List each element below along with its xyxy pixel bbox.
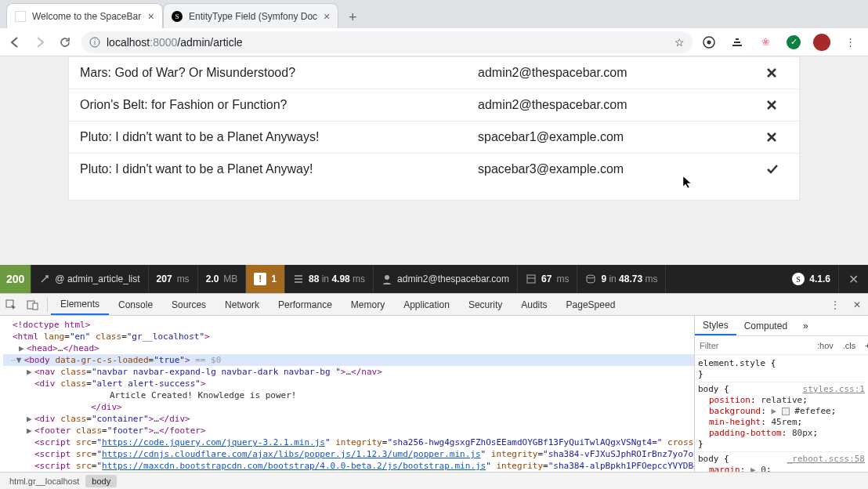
- sf-user-email: admin2@thespacebar.com: [397, 273, 509, 284]
- sf-twig[interactable]: 88 in 4.98 ms: [285, 265, 374, 293]
- devtools-menu-icon[interactable]: ⋮: [824, 295, 846, 315]
- crumb-html[interactable]: html.gr__localhost: [3, 475, 85, 487]
- svg-text:S: S: [797, 275, 801, 284]
- delete-icon[interactable]: [766, 100, 788, 110]
- devtools-tab-network[interactable]: Network: [215, 294, 269, 315]
- cache-icon: [585, 273, 596, 284]
- hov-toggle[interactable]: :hov: [812, 341, 838, 350]
- color-swatch[interactable]: [782, 408, 790, 415]
- devtools-tab-memory[interactable]: Memory: [342, 294, 394, 315]
- table-row: Orion's Belt: for Fashion or Function? a…: [69, 89, 799, 121]
- devtools-panel: Elements Console Sources Network Perform…: [0, 293, 868, 489]
- back-button[interactable]: [6, 34, 24, 51]
- devtools-tab-audits[interactable]: Audits: [512, 294, 556, 315]
- device-toggle-icon[interactable]: [22, 295, 44, 315]
- svg-text:S: S: [175, 13, 179, 20]
- url-port: :8000: [150, 36, 177, 49]
- styles-more-icon[interactable]: »: [795, 316, 816, 335]
- article-email: spacebar1@example.com: [478, 130, 766, 144]
- sf-mem-value: 2.0: [206, 273, 219, 284]
- svg-rect-14: [33, 303, 38, 310]
- sf-route-name: @ admin_article_list: [55, 273, 139, 284]
- sf-status-code[interactable]: 200: [0, 265, 31, 293]
- svg-rect-8: [527, 275, 535, 283]
- source-link[interactable]: styles.css:1: [803, 384, 865, 395]
- styles-filter-input[interactable]: [695, 341, 812, 350]
- sf-version[interactable]: S 4.1.6: [784, 265, 839, 293]
- devtools-tab-sources[interactable]: Sources: [162, 294, 215, 315]
- alert-text: Article Created! Knowledge is power!: [110, 390, 296, 400]
- article-email: admin2@thespacebar.com: [478, 66, 766, 80]
- ext-icon-3[interactable]: ❀: [757, 34, 774, 51]
- inspect-element-icon[interactable]: [0, 295, 22, 315]
- new-rule-icon[interactable]: +: [860, 341, 868, 350]
- sf-time[interactable]: 207 ms: [149, 265, 198, 293]
- sf-db-value: 67: [541, 273, 552, 284]
- ext-icon-4[interactable]: ✓: [785, 34, 802, 51]
- route-icon: [39, 273, 50, 284]
- sf-version-text: 4.1.6: [809, 273, 830, 284]
- page-content: Mars: God of War? Or Misunderstood? admi…: [0, 56, 868, 265]
- browser-tab-1[interactable]: S EntityType Field (Symfony Doc ×: [163, 3, 338, 28]
- tab-title: EntityType Field (Symfony Doc: [189, 11, 317, 22]
- devtools-tab-application[interactable]: Application: [394, 294, 459, 315]
- url-path: /admin/article: [177, 36, 242, 49]
- sf-route[interactable]: @ admin_article_list: [31, 265, 148, 293]
- devtools-tabbar: Elements Console Sources Network Perform…: [0, 294, 868, 316]
- new-tab-button[interactable]: +: [342, 6, 363, 28]
- chrome-menu-icon[interactable]: ⋮: [841, 34, 859, 51]
- sf-warn-count: 1: [271, 273, 277, 284]
- devtools-tab-console[interactable]: Console: [109, 294, 162, 315]
- tab-close-icon[interactable]: ×: [148, 10, 154, 23]
- url-field[interactable]: i localhost:8000/admin/article ☆: [81, 31, 693, 53]
- styles-tab[interactable]: Styles: [695, 316, 736, 335]
- delete-icon[interactable]: [766, 67, 788, 78]
- devtools-tab-security[interactable]: Security: [459, 294, 512, 315]
- article-email: admin2@thespacebar.com: [478, 98, 766, 112]
- svg-text:i: i: [94, 38, 96, 46]
- tab-close-icon[interactable]: ×: [324, 10, 330, 23]
- star-bookmark-icon[interactable]: ☆: [675, 36, 685, 49]
- dom-breadcrumb: html.gr__localhost body: [0, 472, 868, 489]
- svg-point-6: [707, 40, 711, 44]
- profile-avatar[interactable]: [813, 34, 830, 51]
- devtools-tab-performance[interactable]: Performance: [269, 294, 342, 315]
- ext-icon-1[interactable]: [700, 34, 718, 51]
- sf-time-value: 207: [157, 273, 172, 284]
- warning-icon: !: [254, 273, 266, 285]
- cls-toggle[interactable]: .cls: [838, 341, 861, 350]
- url-host: localhost: [107, 36, 150, 49]
- twig-icon: [293, 273, 304, 284]
- article-title: Mars: God of War? Or Misunderstood?: [80, 66, 478, 80]
- db-icon: [526, 273, 537, 284]
- article-title: Pluto: I didn't want to be a Planet Anyw…: [80, 130, 478, 144]
- reload-button[interactable]: [56, 34, 74, 51]
- forward-button[interactable]: [31, 34, 49, 51]
- article-table: Mars: God of War? Or Misunderstood? admi…: [68, 56, 800, 201]
- devtools-close-icon[interactable]: ✕: [846, 295, 868, 315]
- sf-memory[interactable]: 2.0 MB: [198, 265, 247, 293]
- crumb-body[interactable]: body: [85, 475, 117, 487]
- table-row: Pluto: I didn't want to be a Planet Anyw…: [69, 154, 799, 200]
- table-row: Mars: God of War? Or Misunderstood? admi…: [69, 56, 799, 89]
- styles-panel: Styles Computed » :hov .cls + element.st…: [694, 316, 868, 472]
- sf-warnings[interactable]: ! 1: [246, 265, 285, 293]
- svg-point-7: [385, 275, 389, 280]
- delete-icon[interactable]: [766, 132, 788, 143]
- browser-tab-0[interactable]: Welcome to the SpaceBar ×: [6, 3, 163, 28]
- sf-cache[interactable]: 9 in 48.73 ms: [577, 265, 666, 293]
- tab-bar: Welcome to the SpaceBar × S EntityType F…: [0, 0, 868, 28]
- user-icon: [382, 273, 392, 284]
- sf-close-icon[interactable]: ✕: [839, 272, 868, 287]
- devtools-tab-pagespeed[interactable]: PageSpeed: [557, 294, 625, 315]
- sf-user[interactable]: admin2@thespacebar.com: [374, 265, 518, 293]
- css-rules[interactable]: element.style { } styles.css:1 body { po…: [695, 355, 868, 472]
- dom-tree[interactable]: <!doctype html> <html lang="en" class="g…: [0, 316, 694, 472]
- publish-icon[interactable]: [766, 164, 788, 175]
- source-link[interactable]: _reboot.scss:58: [787, 454, 865, 465]
- ext-icon-2[interactable]: [729, 34, 746, 51]
- sf-db[interactable]: 67 ms: [518, 265, 577, 293]
- computed-tab[interactable]: Computed: [736, 316, 795, 335]
- devtools-tab-elements[interactable]: Elements: [51, 294, 109, 315]
- sf-time-unit: ms: [177, 273, 190, 284]
